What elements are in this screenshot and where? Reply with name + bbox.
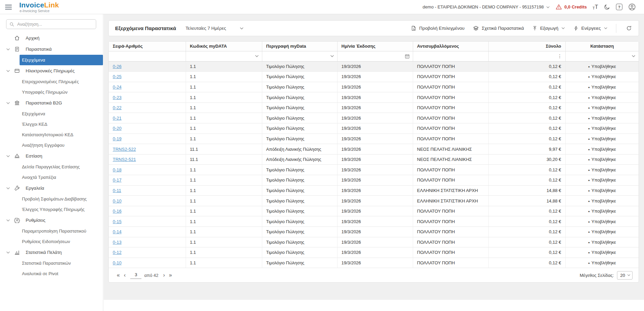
invoice-link[interactable]: 0-21 [113,116,122,121]
sidebar-item[interactable]: Στατιστικά Παραστατικών [0,258,103,268]
font-size-icon[interactable]: TT [592,4,598,10]
dark-mode-moon-icon[interactable] [604,4,610,10]
export-button[interactable]: Εξαγωγή [532,26,565,31]
invoice-link[interactable]: 0-10 [113,260,122,265]
table-row[interactable]: 0-111.1Τιμολόγιο Πώλησης19/3/2026ΕΛΛΗΝΙΚ… [109,185,639,196]
sidebar-item[interactable]: Δελτία Παραγγελίας Εστίασης [0,162,103,172]
sidebar-item[interactable]: Εξερχόμενα [0,109,103,119]
account-selector[interactable]: demo - ΕΤΑΙΡΕΙΑ ΔΟΚΙΜΩΝ - DEMO COMPANY -… [423,4,550,9]
mydata-desc-filter-dropdown[interactable] [265,54,334,58]
sidebar-group-document[interactable]: Παραστατικά [0,44,103,55]
column-header-serial[interactable]: Σειρά-Αριθμός [109,42,186,51]
refresh-icon[interactable] [625,25,633,32]
sidebar-group-gear[interactable]: Ρυθμίσεις [0,215,103,226]
invoice-link[interactable]: 0-18 [113,167,122,172]
table-row[interactable]: 0-131.1Τιμολόγιο Πώλησης19/3/2026ΠΟΛΛΑΤΟ… [109,237,639,247]
table-row[interactable]: TRNS2-52211.1Απόδειξη Λιανικής Πώλησης19… [109,144,639,154]
chevron-down-icon[interactable] [6,101,14,105]
table-row[interactable]: 0-171.1Τιμολόγιο Πώλησης19/3/2026ΠΟΛΛΑΤΟ… [109,175,639,186]
table-row[interactable]: 0-231.1Τιμολόγιο Πώλησης19/3/2026ΠΟΛΛΑΤΟ… [109,92,639,103]
actions-button[interactable]: Ενέργειες [573,26,608,31]
sidebar-search[interactable] [6,19,96,29]
invoice-link[interactable]: 0-10 [113,198,122,204]
column-header-mydata-desc[interactable]: Περιγραφή myData [262,42,337,51]
credits-indicator[interactable]: 0,0 Credits [556,4,587,10]
sidebar-item[interactable]: Αναλυτικά σε Pivot [0,268,103,279]
sidebar-group-restaurant[interactable]: Εστίαση [0,150,103,162]
column-header-status[interactable]: Κατάσταση [565,42,639,51]
sidebar-group-wrench[interactable]: Εργαλεία [0,183,103,194]
invoice-link[interactable]: 0-12 [113,250,122,255]
table-row[interactable]: 0-141.1Τιμολόγιο Πώλησης19/3/2026ΠΟΛΛΑΤΟ… [109,227,639,237]
sidebar-item[interactable]: Έλεγχος Υπογραφής Πληρωμής [0,204,103,215]
current-page-input[interactable]: 3 [130,271,141,279]
invoice-link[interactable]: 0-17 [113,177,122,183]
last-page-button[interactable]: » [167,272,174,278]
invoice-link[interactable]: 0-23 [113,95,122,100]
status-filter-dropdown[interactable] [569,54,636,58]
table-row[interactable]: 0-121.1Τιμολόγιο Πώλησης19/3/2026ΠΟΛΛΑΤΟ… [109,247,639,258]
chevron-down-icon[interactable] [6,250,14,255]
view-selected-button[interactable]: Προβολή Επιλεγμένου [411,25,464,31]
chevron-down-icon[interactable] [6,47,14,51]
table-row[interactable]: TRNS2-52111.1Απόδειξη Λιανικής Πώλησης19… [109,154,639,165]
first-page-button[interactable]: « [115,272,122,278]
table-row[interactable]: 0-181.1Τιμολόγιο Πώλησης19/3/2026ΠΟΛΛΑΤΟ… [109,165,639,175]
table-row[interactable]: 0-101.1Τιμολόγιο Πώλησης19/3/2026ΠΟΛΛΑΤΟ… [109,258,639,268]
table-row[interactable]: 0-191.1Τιμολόγιο Πώλησης19/3/2026ΠΟΛΛΑΤΟ… [109,134,639,144]
invoice-link[interactable]: 0-16 [113,209,122,214]
invoice-link[interactable]: TRNS2-522 [113,147,136,152]
invoice-link[interactable]: 0-22 [113,105,122,110]
invoice-link[interactable]: 0-15 [113,219,122,224]
chevron-down-icon[interactable] [6,154,14,158]
chevron-down-icon[interactable] [6,186,14,190]
total-filter-menu-icon[interactable]: ⋮ [492,54,562,58]
table-row[interactable]: 0-101.1Τιμολόγιο Πώλησης19/3/2026ΕΛΛΗΝΙΚ… [109,196,639,206]
column-header-issue-date[interactable]: Ημ/νία Έκδοσης [337,42,413,51]
chevron-down-icon[interactable] [6,69,14,73]
invoice-link[interactable]: 0-26 [113,64,122,69]
table-row[interactable]: 0-241.1Τιμολόγιο Πώλησης19/3/2026ΠΟΛΛΑΤΟ… [109,82,639,92]
hamburger-menu-icon[interactable] [5,5,12,9]
sidebar-item[interactable]: Παραμετροποίηση Παραστατικού [0,226,103,236]
sidebar-item[interactable]: Υπογραφές Πληρωμών [0,87,103,97]
invoice-link[interactable]: TRNS2-521 [113,157,136,162]
sidebar-item[interactable]: Ετεροχρονισμένες Πληρωμές [0,76,103,87]
column-header-counterparty[interactable]: Αντισυμβαλλόμενος [413,42,488,51]
prev-page-button[interactable]: ‹ [122,272,128,278]
sidebar-item-selected[interactable]: Εξερχόμενα [20,55,103,65]
counterparty-filter-input[interactable] [416,52,485,60]
date-range-dropdown[interactable]: Τελευταίες 7 Ημέρες [186,26,244,31]
column-header-mydata-code[interactable]: Κωδικός myDATA [186,42,262,51]
sidebar-group-card[interactable]: Ηλεκτρονικές Πληρωμές [0,65,103,76]
sidebar-item[interactable]: Ανοιχτά Τραπέζια [0,172,103,183]
invoice-link[interactable]: 0-24 [113,85,122,90]
sidebar-group-home[interactable]: Αρχική [0,32,103,44]
table-row[interactable]: 0-221.1Τιμολόγιο Πώλησης19/3/2026ΠΟΛΛΑΤΟ… [109,102,639,113]
column-header-total[interactable]: Σύνολο [488,42,565,51]
sidebar-group-chart[interactable]: Στατιστικά Πελάτη [0,247,103,258]
table-row[interactable]: 0-151.1Τιμολόγιο Πώλησης19/3/2026ΠΟΛΛΑΤΟ… [109,216,639,227]
related-documents-button[interactable]: Σχετικά Παραστατικά [473,25,524,31]
sidebar-item[interactable]: Προβολή Σφαλμάτων Διαβίβασης [0,194,103,204]
table-row[interactable]: 0-161.1Τιμολόγιο Πώλησης19/3/2026ΠΟΛΛΑΤΟ… [109,206,639,216]
user-account-icon[interactable] [628,3,636,11]
invoice-link[interactable]: 0-20 [113,126,122,131]
search-input[interactable] [17,21,93,27]
table-row[interactable]: 0-211.1Τιμολόγιο Πώλησης19/3/2026ΠΟΛΛΑΤΟ… [109,113,639,123]
table-row[interactable]: 0-201.1Τιμολόγιο Πώλησης19/3/2026ΠΟΛΛΑΤΟ… [109,123,639,134]
mydata-code-filter-dropdown[interactable] [189,54,259,58]
invoice-link[interactable]: 0-14 [113,229,122,234]
sidebar-item[interactable]: Έλεγχοι ΚΕΔ [0,119,103,129]
sidebar-item[interactable]: Κατάσταση/Ιστορικού ΚΕΔ [0,129,103,140]
invoice-link[interactable]: 0-19 [113,136,122,141]
date-filter-calendar-icon[interactable] [341,54,410,59]
table-row[interactable]: 0-251.1Τιμολόγιο Πώλησης19/3/2026ΠΟΛΛΑΤΟ… [109,72,639,82]
chevron-down-icon[interactable] [6,218,14,222]
sidebar-item[interactable]: Αναζήτηση Εγγράφου [0,140,103,150]
invoice-link[interactable]: 0-25 [113,74,122,79]
next-page-button[interactable]: › [161,272,167,278]
help-icon[interactable]: ? [616,4,622,10]
invoice-link[interactable]: 0-13 [113,240,122,245]
sidebar-group-bank[interactable]: Παραστατικά B2G [0,97,103,109]
